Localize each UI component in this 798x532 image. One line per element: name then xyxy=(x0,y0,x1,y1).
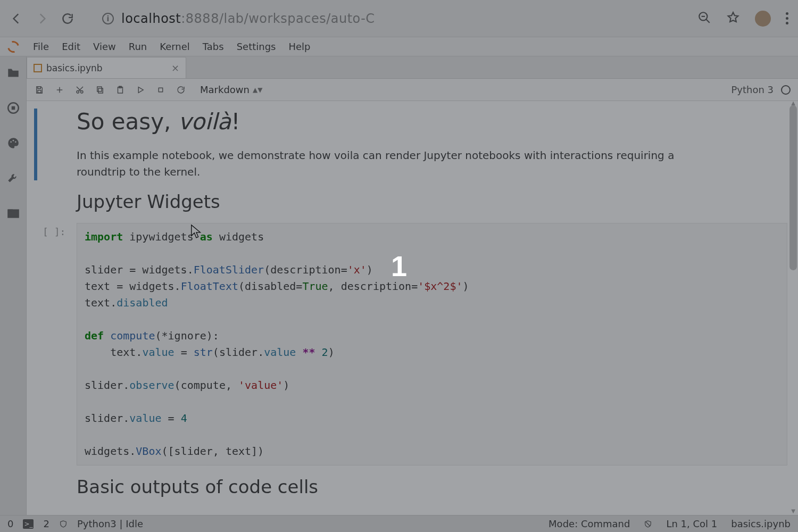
scroll-thumb[interactable] xyxy=(789,105,797,270)
dropdown-caret-icon: ▲▼ xyxy=(253,86,262,94)
site-info-icon[interactable]: i xyxy=(102,13,114,24)
interrupt-icon[interactable] xyxy=(155,85,166,95)
scroll-down-icon[interactable]: ▼ xyxy=(789,508,797,514)
palette-icon[interactable] xyxy=(6,136,20,150)
section-heading-widgets: Jupyter Widgets xyxy=(77,191,787,212)
document-tabbar: basics.ipynb × xyxy=(27,56,798,79)
menu-view[interactable]: View xyxy=(87,38,122,55)
zoom-out-icon[interactable] xyxy=(697,11,711,27)
markdown-cell-outputs-heading[interactable]: Basic outputs of code cells xyxy=(32,476,787,497)
profile-avatar[interactable] xyxy=(755,11,771,27)
markdown-cell-widgets-heading[interactable]: Jupyter Widgets xyxy=(32,191,787,212)
svg-point-5 xyxy=(10,141,12,143)
browser-toolbar: i localhost:8888/lab/workspaces/auto-C xyxy=(0,0,798,37)
status-terminals-count[interactable]: 2 xyxy=(43,518,49,529)
tabs-panel-icon[interactable] xyxy=(6,206,20,220)
jupyter-logo[interactable] xyxy=(0,41,27,53)
tab-basics-ipynb[interactable]: basics.ipynb × xyxy=(27,57,186,78)
tab-title: basics.ipynb xyxy=(46,63,103,73)
back-button[interactable] xyxy=(10,12,23,26)
restart-kernel-icon[interactable] xyxy=(176,85,186,95)
status-bar: 0 >_ 2 Python3 | Idle Mode: Command Ln 1… xyxy=(0,515,798,532)
paste-icon[interactable] xyxy=(115,85,126,95)
svg-point-7 xyxy=(14,141,16,143)
svg-rect-15 xyxy=(97,87,102,92)
add-cell-icon[interactable] xyxy=(54,85,65,95)
trusted-icon[interactable] xyxy=(59,519,68,529)
section-heading-outputs: Basic outputs of code cells xyxy=(77,476,787,497)
svg-rect-9 xyxy=(38,90,41,93)
status-mode: Mode: Command xyxy=(548,518,630,529)
svg-point-6 xyxy=(12,140,14,142)
svg-rect-18 xyxy=(159,88,163,92)
build-tools-icon[interactable] xyxy=(6,171,20,185)
run-icon[interactable] xyxy=(135,85,146,95)
status-file: basics.ipynb xyxy=(731,518,791,529)
intro-paragraph: In this example notebook, we demonstrate… xyxy=(77,147,704,180)
menu-tabs[interactable]: Tabs xyxy=(196,38,230,55)
save-icon[interactable] xyxy=(34,85,45,95)
svg-rect-8 xyxy=(8,210,19,218)
notebook-panel[interactable]: ▲ So easy, voilà! In this example notebo… xyxy=(27,101,798,515)
left-sidebar xyxy=(0,56,27,515)
code-cell-widgets[interactable]: [ ]: import ipywidgets as widgets slider… xyxy=(32,223,787,466)
svg-rect-14 xyxy=(98,88,103,93)
cell-type-dropdown[interactable]: Markdown ▲▼ xyxy=(200,84,262,95)
kernel-name[interactable]: Python 3 xyxy=(731,84,774,95)
forward-button[interactable] xyxy=(35,12,49,26)
address-bar[interactable]: localhost:8888/lab/workspaces/auto-C xyxy=(121,11,375,26)
reload-button[interactable] xyxy=(61,12,74,26)
menu-kernel[interactable]: Kernel xyxy=(153,38,196,55)
cell-type-label: Markdown xyxy=(200,84,250,95)
svg-rect-4 xyxy=(11,106,15,110)
status-cursor: Ln 1, Col 1 xyxy=(666,518,717,529)
markdown-cell-intro[interactable]: So easy, voilà! In this example notebook… xyxy=(32,109,787,180)
running-sessions-icon[interactable] xyxy=(6,101,20,115)
browser-menu-icon[interactable] xyxy=(786,12,788,24)
page-title: So easy, voilà! xyxy=(77,109,787,135)
file-browser-icon[interactable] xyxy=(6,66,20,80)
svg-line-1 xyxy=(706,19,710,23)
menu-help[interactable]: Help xyxy=(282,38,317,55)
copy-icon[interactable] xyxy=(95,85,105,95)
status-kernel[interactable]: Python3 | Idle xyxy=(77,518,143,529)
cut-icon[interactable] xyxy=(74,85,85,95)
lab-menubar: File Edit View Run Kernel Tabs Settings … xyxy=(0,37,798,56)
notebook-toolbar: Markdown ▲▼ Python 3 xyxy=(27,79,798,101)
url-host: localhost xyxy=(121,11,181,26)
notebook-icon xyxy=(34,64,42,72)
bookmark-star-icon[interactable] xyxy=(726,11,740,27)
menu-file[interactable]: File xyxy=(27,38,55,55)
work-area: basics.ipynb × Markdown ▲▼ Python 3 ▲ xyxy=(27,56,798,515)
menu-edit[interactable]: Edit xyxy=(55,38,87,55)
prompt-label: [ ]: xyxy=(43,226,65,237)
code-editor[interactable]: import ipywidgets as widgets slider = wi… xyxy=(77,223,787,466)
tab-close-icon[interactable]: × xyxy=(171,62,179,73)
menu-settings[interactable]: Settings xyxy=(230,38,282,55)
url-path: :8888/lab/workspaces/auto-C xyxy=(181,11,375,26)
menu-run[interactable]: Run xyxy=(122,38,154,55)
trusted-notebook-icon[interactable] xyxy=(644,519,652,529)
kernel-status-icon[interactable] xyxy=(781,85,791,95)
terminal-icon[interactable]: >_ xyxy=(23,519,34,529)
status-tabs-count[interactable]: 0 xyxy=(7,518,13,529)
